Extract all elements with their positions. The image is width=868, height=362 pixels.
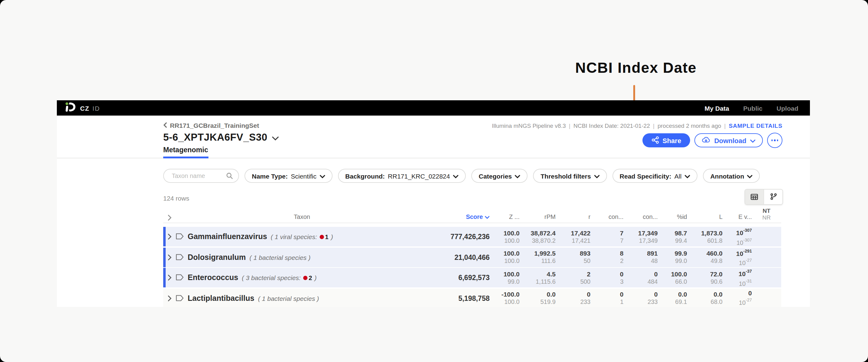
filter-categories[interactable]: Categories bbox=[471, 169, 528, 183]
taxon-search-input[interactable] bbox=[170, 172, 226, 180]
chevron-down-icon bbox=[750, 137, 755, 144]
row-expand-chevron[interactable] bbox=[163, 268, 176, 288]
cell-contig-r: 17,34917,349 bbox=[623, 227, 658, 246]
cell-score: 5,198,758 bbox=[429, 288, 490, 307]
cell-l: 72.090.6 bbox=[687, 268, 722, 288]
cell-z: 100.0100.0 bbox=[490, 247, 520, 267]
chevron-down-icon bbox=[747, 172, 753, 179]
table-row[interactable]: Lactiplantibacillus ( 1 bacterial specie… bbox=[163, 288, 781, 307]
table-grid-icon bbox=[751, 191, 758, 202]
nav-link-my-data[interactable]: My Data bbox=[705, 104, 729, 112]
table-row[interactable]: Enterococcus ( 3 bacterial species: 2 ) … bbox=[163, 268, 781, 288]
cell-l: 0.068.0 bbox=[687, 288, 722, 307]
more-options-button[interactable] bbox=[767, 133, 782, 148]
cell-contig: 01 bbox=[590, 288, 623, 307]
row-expand-chevron[interactable] bbox=[163, 227, 176, 246]
pathogen-badge: 1 bbox=[320, 233, 329, 240]
breadcrumb-label: RR171_GCBrazil_TrainingSet bbox=[170, 122, 259, 129]
sample-title: 5-6_XPTJKA6FV_S30 bbox=[163, 131, 268, 143]
cell-pid: 99.999.0 bbox=[658, 247, 687, 267]
czid-logo[interactable]: CZ ID bbox=[65, 101, 100, 115]
pipeline-version: Illumina mNGS Pipeline v8.3 bbox=[492, 122, 566, 129]
share-button[interactable]: Share bbox=[643, 133, 690, 147]
cell-score: 777,426,236 bbox=[429, 227, 490, 246]
cell-rpm: 38,872.438,870.2 bbox=[520, 227, 556, 246]
cell-contig-r: 0484 bbox=[623, 268, 658, 288]
download-button[interactable]: Download bbox=[695, 133, 763, 147]
col-header-taxon[interactable]: Taxon bbox=[176, 213, 429, 221]
brand-cz-text: CZ bbox=[80, 104, 89, 112]
tree-view-button[interactable] bbox=[764, 189, 782, 204]
col-header-z[interactable]: Z ... bbox=[490, 213, 520, 221]
ncbi-index-date: NCBI Index Date: 2021-01-22 bbox=[574, 122, 650, 129]
cell-contig: 82 bbox=[590, 247, 623, 267]
cell-l: 1,873.0601.8 bbox=[687, 227, 722, 246]
sample-details-link[interactable]: SAMPLE DETAILS bbox=[728, 122, 782, 129]
cell-rpm: 4.51,115.6 bbox=[520, 268, 556, 288]
cell-evalue: 10-3710-31 bbox=[722, 268, 752, 288]
filter-annotation[interactable]: Annotation bbox=[703, 169, 760, 183]
cell-score: 21,040,466 bbox=[429, 247, 490, 267]
cell-contig-r: 89148 bbox=[623, 247, 658, 267]
annotation-flag-icon[interactable] bbox=[176, 293, 184, 304]
chevron-down-icon bbox=[685, 172, 690, 179]
col-header-contig-reads[interactable]: con... bbox=[623, 213, 658, 221]
cell-contig-r: 0233 bbox=[623, 288, 658, 307]
annotation-flag-icon[interactable] bbox=[176, 252, 184, 263]
taxon-description: ( 3 bacterial species: 2 ) bbox=[242, 274, 317, 281]
col-header-rpm[interactable]: rPM bbox=[520, 213, 556, 221]
table-row[interactable]: Dolosigranulum ( 1 bacterial species ) 2… bbox=[163, 247, 781, 267]
nav-link-public[interactable]: Public bbox=[743, 104, 763, 112]
tab-metagenomic[interactable]: Metagenomic bbox=[163, 146, 208, 158]
col-header-l[interactable]: L bbox=[687, 213, 722, 221]
col-header-nt-nr: NT NR bbox=[752, 207, 781, 221]
chevron-down-icon[interactable] bbox=[272, 132, 279, 143]
taxon-description: ( 1 bacterial species ) bbox=[249, 253, 312, 261]
annotation-flag-icon[interactable] bbox=[176, 231, 184, 242]
search-icon bbox=[226, 170, 233, 181]
chevron-left-icon bbox=[163, 122, 167, 129]
table-view-button[interactable] bbox=[745, 189, 764, 204]
filter-threshold[interactable]: Threshold filters bbox=[533, 169, 607, 183]
cell-score: 6,692,573 bbox=[429, 268, 490, 288]
table-row[interactable]: Gammainfluenzavirus ( 1 viral species: 1… bbox=[163, 227, 781, 246]
row-expand-chevron[interactable] bbox=[163, 288, 176, 307]
filter-name-type[interactable]: Name Type: Scientific bbox=[245, 169, 333, 183]
annotation-flag-icon[interactable] bbox=[176, 272, 184, 283]
filter-background[interactable]: Background: RR171_KRC_022824 bbox=[338, 169, 466, 183]
row-expand-chevron[interactable] bbox=[163, 247, 176, 267]
share-icon bbox=[652, 136, 659, 145]
processed-ago: processed 2 months ago bbox=[657, 122, 721, 129]
cell-pid: 100.066.0 bbox=[658, 268, 687, 288]
taxon-name[interactable]: Gammainfluenzavirus bbox=[188, 232, 267, 241]
taxon-name[interactable]: Lactiplantibacillus bbox=[188, 294, 254, 302]
taxon-search-box[interactable] bbox=[163, 169, 239, 183]
pathogen-dot-icon bbox=[320, 235, 324, 239]
report-content: Name Type: Scientific Background: RR171_… bbox=[57, 158, 810, 307]
nav-links: My Data Public Upload bbox=[705, 104, 798, 112]
col-header-evalue[interactable]: E v... bbox=[722, 213, 752, 221]
cell-contig: 03 bbox=[590, 268, 623, 288]
cell-r: 0233 bbox=[556, 288, 590, 307]
brand-id-text: ID bbox=[92, 104, 100, 112]
chevron-down-icon bbox=[594, 172, 599, 179]
view-toggle bbox=[745, 189, 783, 205]
cloud-download-icon bbox=[702, 137, 711, 144]
table-body: Gammainfluenzavirus ( 1 viral species: 1… bbox=[163, 227, 781, 307]
table-header: Taxon Score Z ... rPM r con... con... %i… bbox=[163, 206, 781, 221]
col-header-pid[interactable]: %id bbox=[658, 213, 687, 221]
czid-app-window: CZ ID My Data Public Upload RR171_GCBraz… bbox=[57, 100, 810, 307]
callout-title: NCBI Index Date bbox=[575, 59, 696, 77]
cell-contig: 77 bbox=[590, 227, 623, 246]
filter-read-specificity[interactable]: Read Specificity: All bbox=[612, 169, 698, 183]
taxon-name[interactable]: Enterococcus bbox=[188, 273, 238, 282]
col-header-score[interactable]: Score bbox=[429, 213, 490, 221]
taxon-name[interactable]: Dolosigranulum bbox=[188, 253, 246, 262]
expand-all-control[interactable] bbox=[163, 215, 176, 221]
col-header-r[interactable]: r bbox=[556, 213, 590, 221]
cell-z: 100.0100.0 bbox=[490, 227, 520, 246]
cell-l: 460.049.8 bbox=[687, 247, 722, 267]
chevron-down-icon bbox=[453, 172, 459, 179]
nav-link-upload[interactable]: Upload bbox=[777, 104, 798, 112]
col-header-contigs[interactable]: con... bbox=[590, 213, 623, 221]
